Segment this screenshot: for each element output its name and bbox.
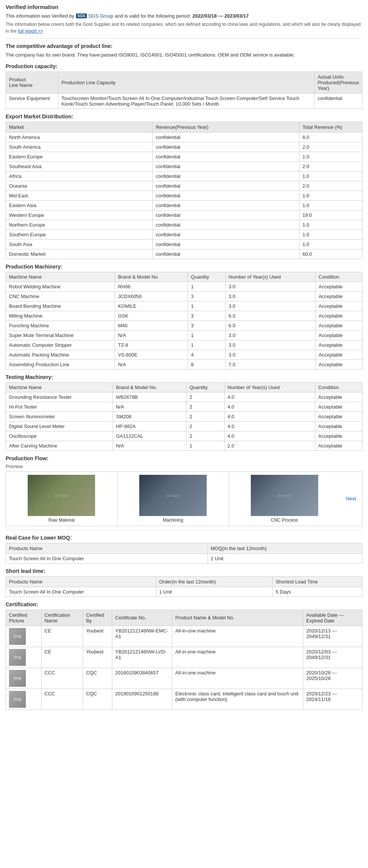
production-machinery-row: Super Mute Terminal Machine N/A 1 3.0 Ac… [6, 330, 362, 340]
flow-caption: Raw Material [9, 518, 114, 523]
test-mach-brand: N/A [113, 402, 186, 412]
prod-mach-brand: JCDX6050 [115, 291, 188, 301]
prod-mach-years: 3.0 [225, 301, 315, 311]
test-mach-qty: 2 [186, 431, 224, 441]
cert-header: Certified Picture [6, 610, 42, 626]
cert-img-placeholder: [img] [9, 628, 26, 645]
prod-mach-name: Board Bending Machine [6, 301, 115, 311]
test-mach-brand: HP-882A [113, 421, 186, 431]
test-mach-brand: SM208 [113, 412, 186, 421]
export-market-name: Oceania [6, 181, 153, 191]
prod-machinery-header: Number of Year(s) Used [225, 272, 315, 282]
cert-header: Product Name & Model No. [172, 610, 303, 626]
cert-date-range: 2020/12/13 --- 2049/12/31 [303, 626, 362, 647]
production-machinery-title: Production Machinery: [6, 264, 362, 270]
test-machinery-header: Number of Year(s) Used [224, 382, 315, 392]
capacity-capacity: Touchscreen Monitor/Touch Screen All In … [58, 93, 314, 109]
test-machinery-header: Quantity [186, 382, 224, 392]
prod-mach-name: Automatic Computer Stripper [6, 340, 115, 350]
export-revenue: confidential [152, 230, 299, 239]
cert-no: 2019010901250188 [112, 689, 172, 710]
test-mach-name: Hi-Pot Tester [6, 402, 113, 412]
prod-mach-brand: GSK [115, 311, 188, 321]
production-machinery-row: Milling Machine GSK 3 6.0 Acceptable [6, 311, 362, 321]
cert-product-model: All-in-one machine [172, 647, 303, 668]
prod-mach-condition: Acceptable [316, 321, 362, 330]
verified-note: The information below covers both the Go… [6, 21, 362, 34]
export-revenue: confidential [152, 191, 299, 200]
export-revenue: confidential [152, 161, 299, 171]
cert-picture: [img] [6, 689, 42, 710]
flow-image-placeholder: [image] [28, 475, 95, 516]
cert-row: [img] CCC CQC 2019010901250188 Electroni… [6, 689, 362, 710]
test-machinery-header: Machine Name [6, 382, 113, 392]
test-mach-condition: Acceptable [315, 431, 362, 441]
export-total-revenue: 8.0 [299, 132, 362, 142]
export-total-revenue: 1.0 [299, 152, 362, 161]
prod-mach-brand: N/A [115, 330, 188, 340]
flow-image-placeholder: [image] [139, 475, 207, 516]
real-case-header: Products Name [6, 543, 208, 553]
testing-machinery-row: Oscilloscope GA1122CAL 2 4.0 Acceptable [6, 431, 362, 441]
production-capacity-title: Production capacity: [6, 63, 362, 69]
prod-mach-name: Robot Welding Machine [6, 282, 115, 291]
capacity-header-1: Production Line Capacity [58, 72, 314, 93]
prod-machinery-header: Brand & Model No. [115, 272, 188, 282]
verified-title: Verified information [6, 4, 362, 10]
test-mach-condition: Acceptable [315, 441, 362, 450]
export-market-name: Southern Europe [6, 230, 153, 239]
export-total-revenue: 1.0 [299, 220, 362, 230]
short-lead-time-title: Short lead time: [6, 568, 362, 574]
flow-image-item: [image] CNC Process [229, 472, 340, 526]
production-flow-section: Production Flow: Preview [image] Raw Mat… [6, 455, 362, 526]
prod-mach-qty: 1 [188, 330, 226, 340]
test-mach-years: 4.0 [224, 421, 315, 431]
capacity-header-2: Actual Units Produced(Previous Year) [314, 72, 362, 93]
test-mach-years: 4.0 [224, 431, 315, 441]
export-row: Domestic Market confidential 60.0 [6, 249, 362, 259]
prod-mach-condition: Acceptable [316, 350, 362, 359]
real-case-moq: 1 Unit [207, 553, 362, 563]
prod-mach-qty: 3 [188, 291, 226, 301]
flow-next-button[interactable]: Next [340, 493, 362, 504]
cert-row: [img] CE Youbest YB201212146NW-LVD-A1 Al… [6, 647, 362, 668]
verified-line: This information was Verified by SGS SGS… [6, 13, 362, 19]
verified-prefix: This information was Verified by [6, 13, 74, 19]
competitive-title: The competitive advantage of product lin… [6, 43, 362, 49]
prod-mach-years: 3.0 [225, 291, 315, 301]
flow-caption: CNC Process [232, 518, 337, 523]
export-total-revenue: 1.0 [299, 191, 362, 200]
sgs-link[interactable]: SGS Group [88, 13, 113, 19]
export-market-name: Eastern Asia [6, 200, 153, 210]
prod-mach-name: Punching Machine [6, 321, 115, 330]
cert-header: Certificate No. [112, 610, 172, 626]
prod-mach-condition: Acceptable [316, 330, 362, 340]
export-total-revenue: 2.0 [299, 142, 362, 152]
short-lead-time-section: Short lead time: Products NameOrder(in t… [6, 568, 362, 597]
export-revenue: confidential [152, 181, 299, 191]
flow-image-placeholder: [image] [251, 475, 318, 516]
prod-mach-condition: Acceptable [316, 359, 362, 369]
real-case-header: MOQ(in the last 12month) [207, 543, 362, 553]
prod-mach-name: Automatic Packing Machine [6, 350, 115, 359]
export-market-name: South America [6, 142, 153, 152]
export-row: Southeast Asia confidential 2.0 [6, 161, 362, 171]
prod-mach-condition: Acceptable [316, 291, 362, 301]
flow-preview-label: Preview [6, 464, 362, 469]
export-revenue: confidential [152, 210, 299, 220]
export-header-total: Total Revenue (%) [299, 122, 362, 132]
export-header-market: Market [6, 122, 153, 132]
cert-header: Certified By [83, 610, 112, 626]
prod-mach-qty: 3 [188, 321, 226, 330]
cert-row: [img] CCC CQC 2016010903840657 All-in-on… [6, 668, 362, 689]
test-mach-years: 4.0 [224, 412, 315, 421]
lead-time-order: 1 Unit [156, 587, 273, 597]
prod-mach-condition: Acceptable [316, 282, 362, 291]
full-report-link[interactable]: full report >> [18, 28, 43, 34]
export-total-revenue: 1.0 [299, 200, 362, 210]
prod-mach-qty: 1 [188, 340, 226, 350]
export-row: South Asia confidential 1.0 [6, 239, 362, 249]
prod-mach-qty: 8 [188, 359, 226, 369]
cert-no: YB201212146NW-EMC-A1 [112, 626, 172, 647]
cert-header: Available Date --- Expired Date [303, 610, 362, 626]
